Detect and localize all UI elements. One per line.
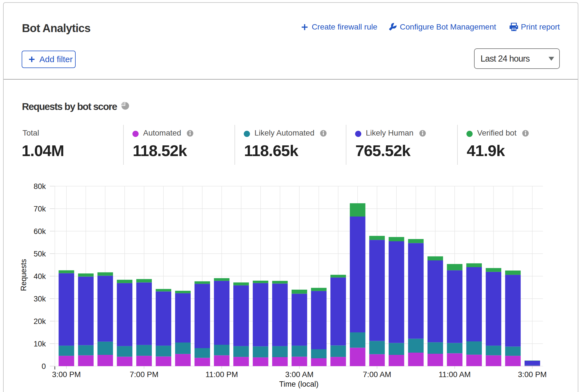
svg-text:3:00 PM: 3:00 PM bbox=[518, 370, 547, 379]
svg-text:10k: 10k bbox=[33, 340, 46, 348]
svg-text:3:00 AM: 3:00 AM bbox=[285, 370, 313, 379]
svg-text:0: 0 bbox=[42, 362, 46, 371]
svg-text:70k: 70k bbox=[33, 205, 46, 213]
svg-text:20k: 20k bbox=[33, 317, 46, 326]
svg-text:30k: 30k bbox=[33, 295, 46, 303]
svg-text:7:00 AM: 7:00 AM bbox=[363, 370, 391, 379]
svg-text:3:00 PM: 3:00 PM bbox=[52, 370, 81, 379]
svg-text:Time (local): Time (local) bbox=[279, 380, 319, 388]
svg-text:7:00 PM: 7:00 PM bbox=[130, 370, 158, 379]
svg-text:60k: 60k bbox=[33, 227, 46, 236]
svg-text:11:00 PM: 11:00 PM bbox=[206, 370, 238, 379]
svg-text:11:00 AM: 11:00 AM bbox=[439, 370, 471, 379]
svg-text:40k: 40k bbox=[33, 272, 46, 281]
svg-text:Requests: Requests bbox=[19, 259, 28, 291]
svg-text:50k: 50k bbox=[33, 250, 46, 258]
svg-text:80k: 80k bbox=[33, 182, 46, 191]
